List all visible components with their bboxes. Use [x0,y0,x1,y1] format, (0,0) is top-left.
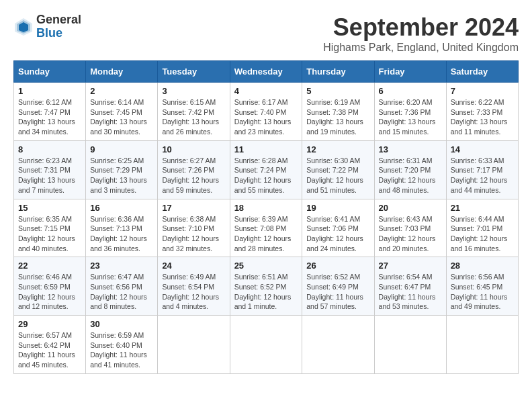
day-number: 16 [90,203,153,213]
day-number: 13 [379,144,442,154]
day-info: Sunrise: 6:49 AMSunset: 6:54 PMDaylight:… [162,272,225,312]
calendar-cell: 24Sunrise: 6:49 AMSunset: 6:54 PMDayligh… [158,257,230,316]
day-number: 4 [234,86,298,96]
day-number: 15 [18,203,81,213]
day-number: 1 [18,86,81,96]
calendar-cell: 10Sunrise: 6:27 AMSunset: 7:26 PMDayligh… [158,140,230,199]
day-info: Sunrise: 6:28 AMSunset: 7:24 PMDaylight:… [234,156,298,195]
day-info: Sunrise: 6:27 AMSunset: 7:26 PMDaylight:… [162,156,225,195]
calendar-cell: 7Sunrise: 6:22 AMSunset: 7:33 PMDaylight… [446,83,518,141]
calendar-cell: 12Sunrise: 6:30 AMSunset: 7:22 PMDayligh… [302,140,374,199]
logo-icon [13,17,34,37]
day-number: 19 [306,203,369,213]
day-header-thursday: Thursday [302,61,374,83]
location-subtitle: Highams Park, England, United Kingdom [323,42,519,54]
day-number: 2 [90,86,153,96]
day-info: Sunrise: 6:46 AMSunset: 6:59 PMDaylight:… [18,272,81,312]
logo: General Blue [13,13,81,40]
calendar-cell: 14Sunrise: 6:33 AMSunset: 7:17 PMDayligh… [446,140,518,199]
calendar-cell: 9Sunrise: 6:25 AMSunset: 7:29 PMDaylight… [86,140,158,199]
day-number: 7 [451,86,514,96]
calendar-cell [158,316,230,374]
day-number: 14 [451,144,514,154]
day-info: Sunrise: 6:56 AMSunset: 6:45 PMDaylight:… [451,272,514,312]
day-number: 9 [90,144,153,154]
calendar-cell [230,316,302,374]
day-number: 11 [234,144,298,154]
calendar-cell: 8Sunrise: 6:23 AMSunset: 7:31 PMDaylight… [14,140,86,199]
day-info: Sunrise: 6:44 AMSunset: 7:01 PMDaylight:… [451,214,514,254]
calendar-cell [302,316,374,374]
day-number: 22 [18,261,81,271]
day-number: 10 [162,144,225,154]
day-info: Sunrise: 6:43 AMSunset: 7:03 PMDaylight:… [379,214,442,254]
calendar-cell: 17Sunrise: 6:38 AMSunset: 7:10 PMDayligh… [158,199,230,257]
day-info: Sunrise: 6:23 AMSunset: 7:31 PMDaylight:… [18,156,81,195]
day-number: 12 [306,144,369,154]
calendar-cell: 13Sunrise: 6:31 AMSunset: 7:20 PMDayligh… [374,140,446,199]
day-header-sunday: Sunday [14,61,86,83]
day-header-tuesday: Tuesday [158,61,230,83]
day-info: Sunrise: 6:22 AMSunset: 7:33 PMDaylight:… [451,97,514,137]
day-number: 20 [379,203,442,213]
calendar-cell: 3Sunrise: 6:15 AMSunset: 7:42 PMDaylight… [158,83,230,141]
day-info: Sunrise: 6:35 AMSunset: 7:15 PMDaylight:… [18,214,81,254]
calendar-cell [446,316,518,374]
calendar-cell: 15Sunrise: 6:35 AMSunset: 7:15 PMDayligh… [14,199,86,257]
calendar-cell: 18Sunrise: 6:39 AMSunset: 7:08 PMDayligh… [230,199,302,257]
day-number: 26 [306,261,369,271]
day-number: 3 [162,86,225,96]
day-header-wednesday: Wednesday [230,61,302,83]
day-info: Sunrise: 6:38 AMSunset: 7:10 PMDaylight:… [162,214,225,254]
day-number: 23 [90,261,153,271]
calendar-cell: 4Sunrise: 6:17 AMSunset: 7:40 PMDaylight… [230,83,302,141]
calendar-cell: 21Sunrise: 6:44 AMSunset: 7:01 PMDayligh… [446,199,518,257]
calendar-cell: 26Sunrise: 6:52 AMSunset: 6:49 PMDayligh… [302,257,374,316]
day-info: Sunrise: 6:39 AMSunset: 7:08 PMDaylight:… [234,214,298,254]
calendar-cell: 6Sunrise: 6:20 AMSunset: 7:36 PMDaylight… [374,83,446,141]
day-info: Sunrise: 6:19 AMSunset: 7:38 PMDaylight:… [306,97,369,137]
calendar-week-1: 1Sunrise: 6:12 AMSunset: 7:47 PMDaylight… [14,83,519,141]
day-info: Sunrise: 6:41 AMSunset: 7:06 PMDaylight:… [306,214,369,254]
calendar-cell: 28Sunrise: 6:56 AMSunset: 6:45 PMDayligh… [446,257,518,316]
day-info: Sunrise: 6:12 AMSunset: 7:47 PMDaylight:… [18,97,81,137]
calendar-cell: 25Sunrise: 6:51 AMSunset: 6:52 PMDayligh… [230,257,302,316]
day-info: Sunrise: 6:33 AMSunset: 7:17 PMDaylight:… [451,156,514,195]
calendar-cell: 29Sunrise: 6:57 AMSunset: 6:42 PMDayligh… [14,316,86,374]
calendar-week-3: 15Sunrise: 6:35 AMSunset: 7:15 PMDayligh… [14,199,519,257]
day-info: Sunrise: 6:15 AMSunset: 7:42 PMDaylight:… [162,97,225,137]
day-number: 17 [162,203,225,213]
day-info: Sunrise: 6:17 AMSunset: 7:40 PMDaylight:… [234,97,298,137]
calendar-cell: 20Sunrise: 6:43 AMSunset: 7:03 PMDayligh… [374,199,446,257]
calendar-week-4: 22Sunrise: 6:46 AMSunset: 6:59 PMDayligh… [14,257,519,316]
calendar-cell: 27Sunrise: 6:54 AMSunset: 6:47 PMDayligh… [374,257,446,316]
calendar-cell: 22Sunrise: 6:46 AMSunset: 6:59 PMDayligh… [14,257,86,316]
day-info: Sunrise: 6:25 AMSunset: 7:29 PMDaylight:… [90,156,153,195]
calendar-week-5: 29Sunrise: 6:57 AMSunset: 6:42 PMDayligh… [14,316,519,374]
calendar-week-2: 8Sunrise: 6:23 AMSunset: 7:31 PMDaylight… [14,140,519,199]
logo-text: General Blue [36,13,81,40]
calendar-cell: 30Sunrise: 6:59 AMSunset: 6:40 PMDayligh… [86,316,158,374]
day-info: Sunrise: 6:47 AMSunset: 6:56 PMDaylight:… [90,272,153,312]
day-info: Sunrise: 6:57 AMSunset: 6:42 PMDaylight:… [18,330,81,370]
day-header-friday: Friday [374,61,446,83]
day-info: Sunrise: 6:31 AMSunset: 7:20 PMDaylight:… [379,156,442,195]
day-number: 30 [90,319,153,329]
calendar-cell: 1Sunrise: 6:12 AMSunset: 7:47 PMDaylight… [14,83,86,141]
day-header-monday: Monday [86,61,158,83]
day-info: Sunrise: 6:51 AMSunset: 6:52 PMDaylight:… [234,272,298,312]
calendar-cell [374,316,446,374]
month-year-title: September 2024 [323,13,519,42]
day-info: Sunrise: 6:54 AMSunset: 6:47 PMDaylight:… [379,272,442,312]
day-number: 28 [451,261,514,271]
day-info: Sunrise: 6:14 AMSunset: 7:45 PMDaylight:… [90,97,153,137]
calendar-cell: 11Sunrise: 6:28 AMSunset: 7:24 PMDayligh… [230,140,302,199]
calendar-table: SundayMondayTuesdayWednesdayThursdayFrid… [13,60,519,374]
day-number: 24 [162,261,225,271]
day-number: 18 [234,203,298,213]
day-header-saturday: Saturday [446,61,518,83]
calendar-cell: 2Sunrise: 6:14 AMSunset: 7:45 PMDaylight… [86,83,158,141]
title-section: September 2024 Highams Park, England, Un… [323,13,519,54]
day-info: Sunrise: 6:59 AMSunset: 6:40 PMDaylight:… [90,330,153,370]
day-info: Sunrise: 6:20 AMSunset: 7:36 PMDaylight:… [379,97,442,137]
